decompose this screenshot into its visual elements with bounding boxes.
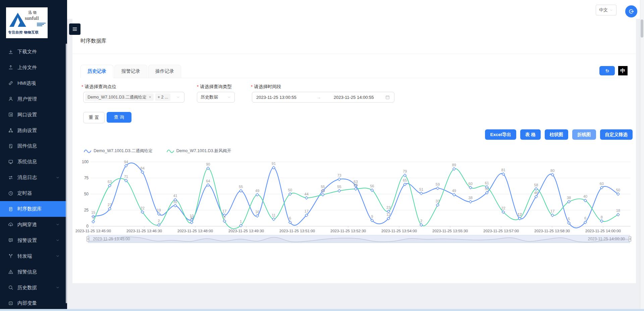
download-icon	[8, 49, 13, 55]
sidebar: 迅饶 sunfull 专注自控 物物互联 下载文件上传文件HMI选项用户管理网口…	[0, 0, 67, 311]
svg-text:51: 51	[419, 187, 423, 191]
reset-button[interactable]: 重 置	[83, 112, 105, 123]
sidebar-item-download[interactable]: 下载文件	[0, 44, 67, 60]
sidebar-item-user[interactable]: 用户管理	[0, 91, 67, 107]
svg-text:90: 90	[206, 162, 210, 166]
datazoom-end-label: 2023-11-25 14:00:30	[588, 235, 625, 243]
remove-tag-icon[interactable]: ×	[149, 95, 151, 100]
chart-toolbar-button-4[interactable]: 自定义筛选	[600, 129, 633, 140]
sidebar-item-upload[interactable]: 上传文件	[0, 60, 67, 75]
sidebar-collapse-button[interactable]	[69, 23, 80, 35]
svg-text:50: 50	[84, 192, 89, 196]
chevron-down-icon	[609, 8, 613, 12]
selected-point-tag[interactable]: Demo_W7.1001.D3.二通阀给定 ×	[85, 94, 154, 101]
sidebar-item-label: 固件信息	[17, 143, 37, 149]
svg-text:2: 2	[420, 219, 422, 223]
sidebar-item-log[interactable]: 消息日志	[0, 170, 67, 185]
menu-list-icon	[72, 26, 78, 32]
svg-text:23: 23	[386, 205, 390, 209]
sidebar-item-system[interactable]: 系统信息	[0, 154, 67, 170]
chart-toolbar-button-2[interactable]: 柱状图	[545, 129, 569, 140]
sidebar-item-label: 时序数据库	[17, 206, 42, 212]
sidebar-item-route[interactable]: 路由设置	[0, 123, 67, 138]
sidebar-item-label: HMI选项	[17, 80, 36, 86]
svg-text:8: 8	[601, 215, 603, 219]
logout-icon	[628, 8, 635, 15]
chevron-down-icon	[56, 286, 60, 290]
sidebar-item-firmware[interactable]: 固件信息	[0, 138, 67, 154]
sidebar-item-alarm-config[interactable]: 报警设置	[0, 233, 67, 248]
firmware-icon	[8, 143, 13, 149]
sidebar-item-tsdb[interactable]: 时序数据库	[0, 201, 67, 217]
sidebar-item-nat[interactable]: 内网穿透	[0, 217, 67, 233]
legend-item-0[interactable]: Demo_W7.1001.D3.二通阀给定	[84, 148, 153, 154]
horizontal-scrollbar[interactable]	[0, 309, 644, 311]
range-start-value[interactable]: 2023-11-25 13:00:55	[256, 95, 297, 100]
sidebar-item-alarm-info[interactable]: 报警信息	[0, 264, 67, 280]
svg-text:22: 22	[501, 206, 505, 210]
svg-text:84: 84	[141, 166, 145, 170]
page-scrollbar[interactable]	[640, 0, 644, 311]
tab-1[interactable]: 报警记录	[114, 65, 147, 78]
datazoom-slider[interactable]: 2023-11-25 13:45:00 2023-11-25 14:00:30	[88, 235, 630, 243]
language-toggle-button[interactable]: 中	[618, 66, 628, 75]
sidebar-item-label: 报警设置	[17, 237, 37, 244]
more-points-tag[interactable]: + 2 ...	[155, 94, 171, 101]
svg-text:61: 61	[485, 181, 489, 185]
svg-text:49: 49	[255, 189, 259, 193]
tab-bar: 历史记录报警记录操作记录	[80, 64, 628, 78]
chart-legend: Demo_W7.1001.D3.二通阀给定 Demo_W7.1001.D3.新风…	[84, 148, 231, 154]
port-icon	[8, 112, 13, 117]
tab-0[interactable]: 历史记录	[80, 65, 113, 78]
required-asterisk: *	[82, 84, 83, 89]
date-range-picker[interactable]: 2023-11-25 13:00:55 → 2023-11-25 14:00:5…	[252, 92, 394, 103]
undo-icon	[604, 68, 610, 73]
svg-text:12: 12	[518, 212, 522, 216]
svg-text:38: 38	[567, 196, 571, 200]
datazoom-start-label: 2023-11-25 13:45:00	[93, 235, 130, 243]
language-select[interactable]: 中文	[596, 5, 616, 15]
type-select[interactable]: 历史数据	[197, 92, 235, 103]
content-card: 时序数据库 历史记录报警记录操作记录 中 *请选择查询点位 *请选择查询类型 *…	[72, 19, 636, 283]
svg-text:89: 89	[452, 163, 456, 167]
legend-label: Demo_W7.1001.D3.新风阀开	[176, 148, 231, 154]
sidebar-item-label: 系统信息	[17, 159, 37, 165]
range-end-value[interactable]: 2023-11-25 14:00:55	[334, 95, 374, 100]
brand-logo: 迅饶 sunfull 专注自控 物物互联	[6, 7, 48, 38]
variable-icon	[8, 301, 13, 306]
sidebar-item-forward[interactable]: 转发端	[0, 248, 67, 264]
svg-text:9: 9	[371, 214, 373, 219]
svg-text:91: 91	[272, 162, 276, 166]
sidebar-item-label: 上传文件	[17, 64, 37, 71]
chart-toolbar-button-0[interactable]: Excel导出	[485, 129, 516, 140]
logout-avatar-button[interactable]	[625, 5, 637, 17]
tab-2[interactable]: 操作记录	[148, 65, 181, 78]
svg-text:60: 60	[600, 182, 604, 186]
svg-text:80: 80	[550, 169, 554, 173]
query-button[interactable]: 查 询	[107, 112, 131, 123]
undo-button[interactable]	[599, 66, 615, 75]
datazoom-right-handle[interactable]	[629, 236, 631, 242]
svg-text:60: 60	[469, 182, 473, 186]
point-multiselect[interactable]: Demo_W7.1001.D3.二通阀给定 × + 2 ...	[83, 92, 184, 103]
svg-text:40: 40	[583, 194, 587, 198]
page-title: 时序数据库	[80, 38, 107, 45]
legend-item-1[interactable]: Demo_W7.1001.D3.新风阀开	[167, 148, 231, 154]
legend-wave-icon	[84, 149, 91, 153]
svg-text:2023-11-25 13:46:30: 2023-11-25 13:46:30	[126, 229, 162, 233]
svg-text:2023-11-25 13:51:00: 2023-11-25 13:51:00	[279, 229, 315, 233]
svg-text:71: 71	[124, 175, 128, 179]
system-icon	[8, 159, 13, 165]
sidebar-item-link[interactable]: HMI选项	[0, 75, 67, 91]
svg-text:2023-11-25 13:55:30: 2023-11-25 13:55:30	[432, 229, 468, 233]
page-scrollbar-thumb[interactable]	[641, 19, 643, 38]
chart-toolbar-button-3[interactable]: 折线图	[572, 129, 596, 140]
sidebar-item-timer[interactable]: 定时器	[0, 185, 67, 201]
sidebar-item-port[interactable]: 网口设置	[0, 107, 67, 123]
sidebar-item-history[interactable]: 历史数据	[0, 280, 67, 296]
svg-text:19: 19	[157, 208, 161, 212]
sidebar-item-variable[interactable]: 内部变量	[0, 295, 67, 311]
sidebar-scrollbar[interactable]	[66, 44, 67, 303]
chart-toolbar-button-1[interactable]: 表 格	[520, 129, 541, 140]
datazoom-left-handle[interactable]	[87, 236, 89, 242]
